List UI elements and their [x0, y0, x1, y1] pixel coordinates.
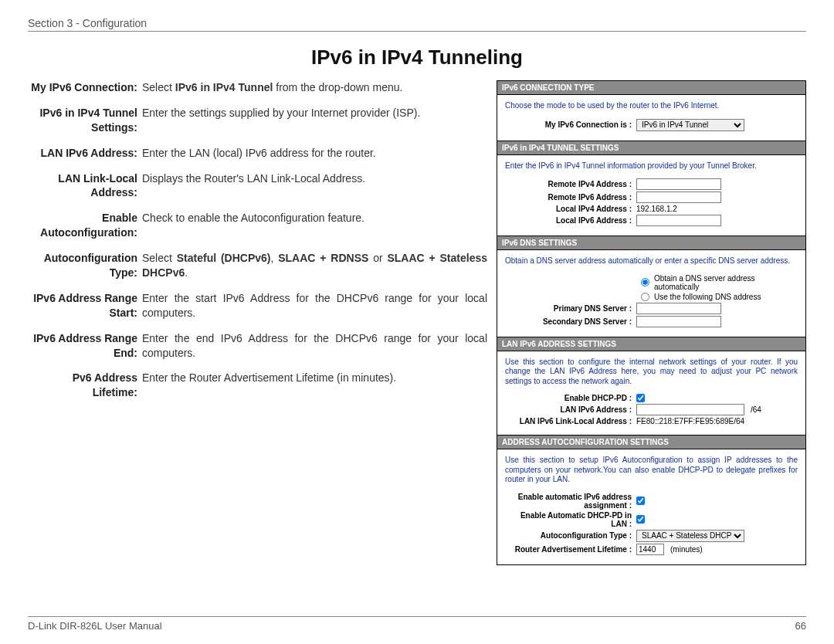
panel-body-autoconfig: Use this section to setup IPv6 Autoconfi…	[497, 449, 805, 564]
definition-label: LAN Link-Local Address:	[28, 171, 142, 201]
router-adv-lifetime-unit: (minutes)	[670, 545, 703, 554]
remote-ipv4-input[interactable]	[636, 178, 721, 190]
primary-dns-input[interactable]	[636, 303, 721, 314]
lan-ipv6-address-label: LAN IPv6 Address :	[505, 405, 636, 414]
panel-body-lan-ipv6: Use this section to configure the intern…	[497, 351, 805, 436]
main-columns: My IPv6 Connection:Select IPv6 in IPv4 T…	[28, 80, 806, 565]
page-title: IPv6 in IPv4 Tunneling	[28, 46, 806, 69]
definition-description: Displays the Router's LAN Link-Local Add…	[142, 171, 487, 201]
panel-desc: Enter the IPv6 in IPv4 Tunnel informatio…	[505, 161, 798, 171]
enable-dhcp-pd-label: Enable DHCP-PD :	[505, 394, 636, 402]
lan-linklocal-value: FE80::218:E7FF:FE95:689E/64	[636, 417, 744, 425]
definition-label: Pv6 Address Lifetime:	[28, 371, 142, 400]
definition-label: IPv6 in IPv4 Tunnel Settings:	[28, 106, 142, 135]
definition-description: Enter the end IPv6 Address for the DHCPv…	[142, 331, 487, 361]
definition-description: Enter the settings supplied by your Inte…	[142, 106, 487, 135]
definition-row: IPv6 Address Range End:Enter the end IPv…	[28, 331, 487, 361]
definition-label: Autoconfiguration Type:	[28, 251, 142, 280]
router-config-panel: IPv6 CONNECTION TYPE Choose the mode to …	[497, 80, 806, 565]
definition-description: Check to enable the Autoconfiguration fe…	[142, 211, 487, 240]
definition-description: Enter the start IPv6 Address for the DHC…	[142, 291, 487, 320]
dns-auto-radio[interactable]	[641, 278, 649, 286]
panel-desc: Choose the mode to be used by the router…	[505, 101, 798, 111]
primary-dns-label: Primary DNS Server :	[505, 304, 636, 313]
lan-linklocal-label: LAN IPv6 Link-Local Address :	[505, 417, 636, 425]
autoconfig-type-label: Autoconfiguration Type :	[505, 531, 636, 540]
panel-header-connection-type: IPv6 CONNECTION TYPE	[497, 81, 805, 95]
panel-header-autoconfig: ADDRESS AUTOCONFIGURATION SETTINGS	[497, 436, 805, 449]
definition-description: Select IPv6 in IPv4 Tunnel from the drop…	[142, 80, 487, 95]
definition-row: IPv6 in IPv4 Tunnel Settings:Enter the s…	[28, 106, 487, 135]
router-adv-lifetime-input[interactable]	[636, 544, 664, 555]
my-ipv6-connection-select[interactable]: IPv6 in IPv4 Tunnel	[636, 119, 744, 131]
definition-row: IPv6 Address Range Start:Enter the start…	[28, 291, 487, 320]
panel-header-tunnel-settings: IPv6 in IPv4 TUNNEL SETTINGS	[497, 141, 805, 155]
dns-manual-radio[interactable]	[641, 293, 649, 301]
enable-auto-dhcp-pd-lan-label: Enable Automatic DHCP-PD in LAN :	[505, 511, 636, 528]
definition-description: Enter the Router Advertisement Lifetime …	[142, 371, 487, 400]
remote-ipv4-label: Remote IPv4 Address :	[505, 180, 636, 188]
panel-desc: Use this section to configure the intern…	[505, 358, 798, 387]
definition-description: Select Stateful (DHCPv6), SLAAC + RDNSS …	[142, 251, 487, 280]
definitions-column: My IPv6 Connection:Select IPv6 in IPv4 T…	[28, 80, 487, 565]
definition-row: My IPv6 Connection:Select IPv6 in IPv4 T…	[28, 80, 487, 95]
definition-description: Enter the LAN (local) IPv6 address for t…	[142, 146, 487, 161]
definition-row: Enable Autoconfiguration:Check to enable…	[28, 211, 487, 240]
router-adv-lifetime-label: Router Advertisement Lifetime :	[505, 545, 636, 554]
footer-manual-name: D-Link DIR-826L User Manual	[28, 620, 162, 632]
local-ipv4-value: 192.168.1.2	[636, 205, 677, 213]
autoconfig-type-select[interactable]: SLAAC + Stateless DHCPv6	[636, 530, 744, 542]
section-header: Section 3 - Configuration	[28, 17, 806, 32]
definition-row: LAN IPv6 Address:Enter the LAN (local) I…	[28, 146, 487, 161]
panel-desc: Use this section to setup IPv6 Autoconfi…	[505, 456, 798, 485]
dns-auto-label: Obtain a DNS server address automaticall…	[654, 274, 798, 291]
panel-body-connection-type: Choose the mode to be used by the router…	[497, 95, 805, 141]
panel-header-lan-ipv6: LAN IPv6 ADDRESS SETTINGS	[497, 337, 805, 351]
footer-page-number: 66	[795, 620, 806, 632]
lan-ipv6-suffix: /64	[751, 405, 761, 414]
panel-body-tunnel-settings: Enter the IPv6 in IPv4 Tunnel informatio…	[497, 155, 805, 237]
secondary-dns-input[interactable]	[636, 316, 721, 327]
panel-body-dns-settings: Obtain a DNS server address automaticall…	[497, 250, 805, 337]
lan-ipv6-address-input[interactable]	[636, 404, 744, 415]
definition-label: My IPv6 Connection:	[28, 80, 142, 95]
local-ipv6-label: Local IPv6 Address :	[505, 216, 636, 225]
local-ipv6-input[interactable]	[636, 215, 721, 226]
secondary-dns-label: Secondary DNS Server :	[505, 317, 636, 326]
definition-label: IPv6 Address Range End:	[28, 331, 142, 361]
definition-label: Enable Autoconfiguration:	[28, 211, 142, 240]
definition-row: Pv6 Address Lifetime:Enter the Router Ad…	[28, 371, 487, 400]
local-ipv4-label: Local IPv4 Address :	[505, 205, 636, 213]
dns-manual-label: Use the following DNS address	[654, 293, 761, 301]
definition-label: LAN IPv6 Address:	[28, 146, 142, 161]
enable-auto-dhcp-pd-lan-checkbox[interactable]	[636, 515, 645, 524]
enable-auto-ipv6-checkbox[interactable]	[636, 497, 645, 505]
enable-dhcp-pd-checkbox[interactable]	[636, 394, 645, 402]
remote-ipv6-input[interactable]	[636, 192, 721, 203]
definition-row: LAN Link-Local Address:Displays the Rout…	[28, 171, 487, 201]
definition-row: Autoconfiguration Type:Select Stateful (…	[28, 251, 487, 280]
page-footer: D-Link DIR-826L User Manual 66	[28, 616, 806, 632]
panel-header-dns-settings: IPv6 DNS SETTINGS	[497, 236, 805, 250]
panel-desc: Obtain a DNS server address automaticall…	[505, 256, 798, 266]
remote-ipv6-label: Remote IPv6 Address :	[505, 193, 636, 202]
my-ipv6-connection-label: My IPv6 Connection is :	[505, 120, 636, 129]
enable-auto-ipv6-label: Enable automatic IPv6 address assignment…	[505, 493, 636, 510]
definition-label: IPv6 Address Range Start:	[28, 291, 142, 320]
